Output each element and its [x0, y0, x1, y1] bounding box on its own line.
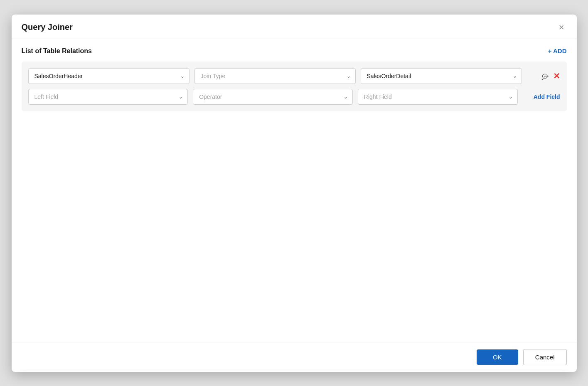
add-relation-button[interactable]: + ADD: [548, 47, 567, 54]
right-field-wrapper: Right Field ⌄: [358, 89, 518, 105]
right-table-select[interactable]: SalesOrderDetail: [361, 68, 522, 84]
left-field-select[interactable]: Left Field: [28, 89, 188, 105]
add-field-actions: Add Field: [523, 93, 560, 100]
dialog-header: Query Joiner ×: [12, 15, 577, 39]
cancel-button[interactable]: Cancel: [523, 349, 567, 365]
join-type-select[interactable]: Join Type INNER JOIN LEFT JOIN RIGHT JOI…: [194, 68, 356, 84]
section-title: List of Table Relations: [22, 47, 92, 55]
query-joiner-dialog: Query Joiner × List of Table Relations +…: [12, 15, 577, 372]
left-table-wrapper: SalesOrderHeader ⌄: [28, 68, 189, 84]
add-field-button[interactable]: Add Field: [523, 93, 560, 100]
right-field-select[interactable]: Right Field: [358, 89, 518, 105]
relations-container: SalesOrderHeader ⌄ Join Type INNER JOIN …: [22, 61, 567, 111]
left-table-select[interactable]: SalesOrderHeader: [28, 68, 189, 84]
section-header: List of Table Relations + ADD: [22, 47, 567, 55]
field-relation-row: Left Field ⌄ Operator = != < > ⌄: [28, 89, 560, 105]
operator-wrapper: Operator = != < > ⌄: [193, 89, 353, 105]
dialog-body: List of Table Relations + ADD SalesOrder…: [12, 39, 577, 342]
close-button[interactable]: ×: [556, 22, 567, 33]
ok-button[interactable]: OK: [477, 349, 518, 365]
left-field-wrapper: Left Field ⌄: [28, 89, 188, 105]
operator-select[interactable]: Operator = != < >: [193, 89, 353, 105]
confirm-relation-button[interactable]: ⌮: [541, 72, 549, 80]
row-actions: ⌮ ✕: [527, 72, 560, 80]
table-relation-row: SalesOrderHeader ⌄ Join Type INNER JOIN …: [28, 68, 560, 84]
dialog-footer: OK Cancel: [12, 342, 577, 372]
dialog-title: Query Joiner: [22, 22, 73, 32]
right-table-wrapper: SalesOrderDetail ⌄: [361, 68, 522, 84]
delete-relation-button[interactable]: ✕: [553, 72, 560, 80]
join-type-wrapper: Join Type INNER JOIN LEFT JOIN RIGHT JOI…: [194, 68, 356, 84]
